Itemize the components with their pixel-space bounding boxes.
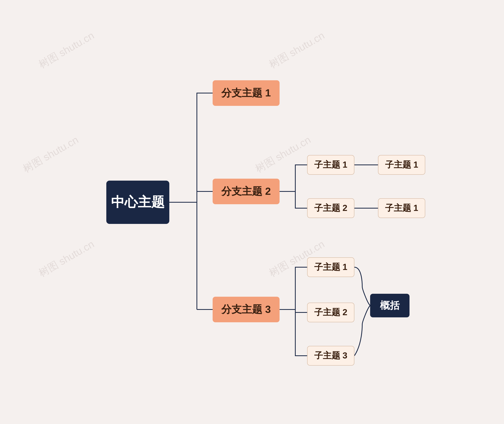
sub-b3-2-label: 子主题 2	[314, 306, 347, 318]
branch-node-1[interactable]: 分支主题 1	[213, 80, 280, 106]
sub-node-b3-1[interactable]: 子主题 1	[307, 257, 354, 277]
watermark-1: 树图 shutu.cn	[36, 29, 97, 72]
sub-b3-3-label: 子主题 3	[314, 350, 347, 362]
branch-node-2[interactable]: 分支主题 2	[213, 179, 280, 204]
mind-map-diagram: 中心主题 分支主题 1 分支主题 2 分支主题 3 子主题 1 子主题 2 子主…	[94, 45, 410, 379]
watermark-5: 树图 shutu.cn	[36, 237, 97, 280]
sub-node-b3-3[interactable]: 子主题 3	[307, 346, 354, 366]
watermark-3: 树图 shutu.cn	[20, 133, 81, 176]
sub-node-b3-2[interactable]: 子主题 2	[307, 303, 354, 322]
summary-node[interactable]: 概括	[370, 294, 410, 317]
sub-b3-1-label: 子主题 1	[314, 261, 347, 273]
branch2-label: 分支主题 2	[221, 185, 271, 198]
summary-label: 概括	[380, 299, 400, 312]
central-label: 中心主题	[111, 193, 164, 211]
subsub-b2-2-label: 子主题 1	[385, 202, 418, 214]
sub-node-b2-1[interactable]: 子主题 1	[307, 155, 354, 175]
branch1-label: 分支主题 1	[221, 86, 271, 100]
branch-node-3[interactable]: 分支主题 3	[213, 297, 280, 322]
central-node[interactable]: 中心主题	[106, 181, 169, 224]
subsub-b2-1-label: 子主题 1	[385, 159, 418, 171]
sub-node-b2-2[interactable]: 子主题 2	[307, 198, 354, 218]
sub-b2-1-label: 子主题 1	[314, 159, 347, 171]
branch3-label: 分支主题 3	[221, 303, 271, 316]
subsub-node-b2-2[interactable]: 子主题 1	[378, 198, 425, 218]
sub-b2-2-label: 子主题 2	[314, 202, 347, 214]
subsub-node-b2-1[interactable]: 子主题 1	[378, 155, 425, 175]
